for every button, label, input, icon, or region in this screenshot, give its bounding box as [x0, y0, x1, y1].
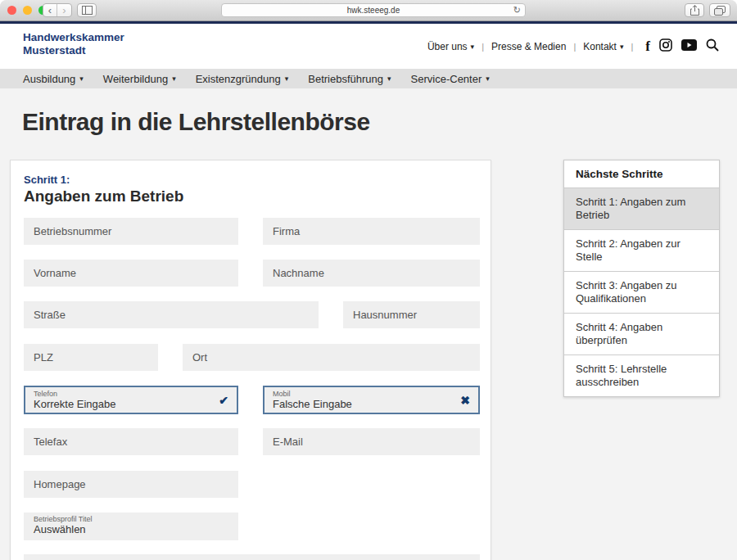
- share-button[interactable]: [685, 3, 704, 17]
- url-text: hwk.steeeg.de: [347, 6, 400, 15]
- logo-line-2: Musterstadt: [23, 44, 124, 57]
- nav-item-weiterbildung[interactable]: Weiterbildung▾: [103, 73, 176, 85]
- share-icon: [690, 5, 699, 16]
- instagram-icon[interactable]: [659, 38, 672, 54]
- strasse-field[interactable]: [24, 301, 319, 328]
- mobil-label: Mobil: [273, 390, 470, 398]
- nav-item-service-center[interactable]: Service-Center▾: [411, 73, 490, 85]
- traffic-lights: [7, 6, 47, 15]
- sidebar-title: Nächste Schritte: [564, 160, 719, 187]
- youtube-icon[interactable]: [681, 39, 697, 53]
- address-bar[interactable]: hwk.steeeg.de ↻: [221, 3, 526, 17]
- nav-item-existenzgruendung[interactable]: Existenzgründung▾: [196, 73, 289, 85]
- site-header: Handwerkskammer Musterstadt Über uns ▾ |…: [0, 24, 737, 69]
- sidebar-item-schritt-3[interactable]: Schritt 3: Angaben zu Qualifikationen: [564, 271, 719, 313]
- separator: |: [631, 42, 633, 52]
- plz-field[interactable]: [24, 344, 158, 371]
- separator: |: [573, 42, 576, 52]
- chevron-down-icon: ▾: [620, 43, 624, 51]
- facebook-icon[interactable]: f: [645, 39, 650, 53]
- homepage-field[interactable]: [24, 471, 238, 498]
- chevron-down-icon: ▾: [387, 75, 391, 83]
- telefon-value: Korrekte Eingabe: [34, 398, 228, 411]
- page-title: Eintrag in die Lehrstellenbörse: [22, 108, 370, 136]
- nachname-field[interactable]: [263, 260, 480, 287]
- sidebar-item-schritt-1[interactable]: Schritt 1: Angaben zum Betrieb: [564, 187, 719, 229]
- step-label: Schritt 1:: [24, 174, 70, 186]
- history-nav-group: ‹ ›: [43, 3, 72, 17]
- nav-item-ausbildung[interactable]: Ausbildung▾: [23, 73, 84, 85]
- betriebsprofil-label: Betriebsprofil Titel: [34, 515, 228, 523]
- cross-icon: ✖: [460, 394, 470, 407]
- separator: |: [482, 42, 484, 52]
- tabs-icon: [714, 6, 726, 16]
- nav-item-betriebsfuehrung[interactable]: Betriebsführung▾: [308, 73, 391, 85]
- form-card: Schritt 1: Angaben zum Betrieb Tele: [10, 160, 491, 560]
- browser-window: ‹ › hwk.steeeg.de ↻ Handwerkskammer: [0, 0, 737, 560]
- header-link-kontakt[interactable]: Kontakt ▾: [583, 41, 623, 52]
- mobil-value: Falsche Eingabe: [273, 398, 470, 411]
- show-tabs-button[interactable]: [709, 3, 730, 17]
- sidebar-item-schritt-2[interactable]: Schritt 2: Angaben zur Stelle: [564, 229, 719, 271]
- search-icon[interactable]: [706, 38, 719, 54]
- email-field[interactable]: [263, 428, 480, 455]
- header-link-presse-medien[interactable]: Presse & Medien: [491, 41, 566, 52]
- betriebsprofil-titel-select[interactable]: Betriebsprofil Titel Auswählen: [24, 513, 238, 540]
- sidebar-icon: [82, 6, 93, 15]
- chevron-down-icon: ▾: [285, 75, 289, 83]
- form-heading: Angaben zum Betrieb: [24, 187, 183, 205]
- telefon-label: Telefon: [34, 390, 228, 398]
- header-link-ueber-uns[interactable]: Über uns ▾: [427, 41, 474, 52]
- close-window-button[interactable]: [7, 6, 16, 15]
- betriebsprofil-text-field[interactable]: [24, 554, 480, 560]
- back-button[interactable]: ‹: [43, 4, 57, 16]
- mobil-field[interactable]: Mobil Falsche Eingabe ✖: [263, 386, 480, 414]
- betriebsprofil-value: Auswählen: [34, 523, 228, 536]
- chevron-down-icon: ▾: [79, 75, 84, 83]
- browser-toolbar: ‹ › hwk.steeeg.de ↻: [0, 0, 737, 21]
- firma-field[interactable]: [263, 218, 480, 245]
- telefax-field[interactable]: [24, 428, 238, 455]
- sidebar-toggle-button[interactable]: [77, 3, 97, 17]
- vorname-field[interactable]: [24, 260, 238, 287]
- forward-button[interactable]: ›: [57, 4, 71, 16]
- next-steps-sidebar: Nächste Schritte Schritt 1: Angaben zum …: [563, 160, 720, 397]
- hausnummer-field[interactable]: [343, 301, 480, 328]
- sidebar-item-schritt-4[interactable]: Schritt 4: Angaben überprüfen: [564, 313, 719, 355]
- logo-line-1: Handwerkskammer: [23, 31, 124, 44]
- main-navigation: Ausbildung▾ Weiterbildung▾ Existenzgründ…: [0, 69, 737, 88]
- sidebar-item-schritt-5[interactable]: Schritt 5: Lehrstelle ausschreiben: [564, 355, 719, 396]
- ort-field[interactable]: [183, 344, 480, 371]
- betriebsnummer-field[interactable]: [24, 218, 238, 245]
- telefon-field[interactable]: Telefon Korrekte Eingabe ✔: [24, 386, 238, 414]
- page-content: Eintrag in die Lehrstellenbörse Schritt …: [0, 88, 737, 560]
- chevron-down-icon: ▾: [471, 43, 475, 51]
- header-utility-nav: Über uns ▾ | Presse & Medien | Kontakt ▾…: [427, 24, 719, 69]
- site-logo[interactable]: Handwerkskammer Musterstadt: [23, 31, 124, 57]
- minimize-window-button[interactable]: [23, 6, 32, 15]
- reload-icon[interactable]: ↻: [513, 5, 521, 16]
- social-icons: f: [645, 38, 719, 54]
- check-icon: ✔: [219, 394, 228, 407]
- chevron-down-icon: ▾: [486, 75, 490, 83]
- chevron-down-icon: ▾: [172, 75, 176, 83]
